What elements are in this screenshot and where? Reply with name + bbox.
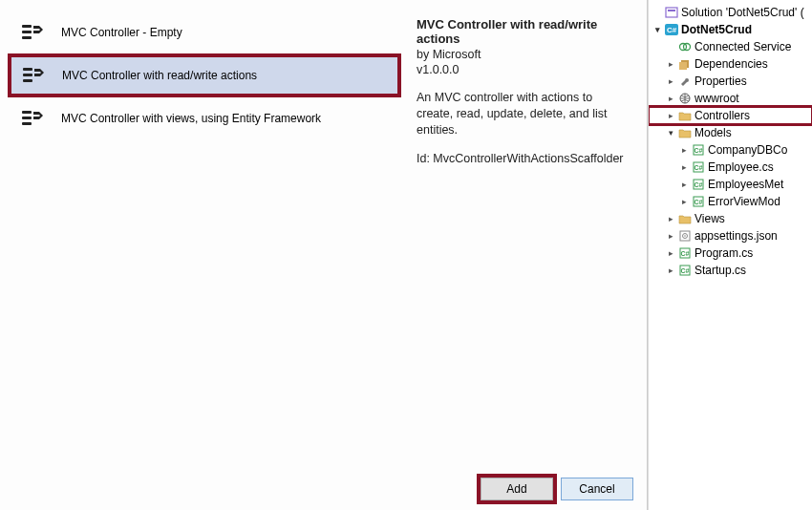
- node-label: Dependencies: [694, 57, 768, 71]
- project-label: DotNet5Crud: [681, 23, 752, 36]
- dependencies-icon: [677, 57, 693, 71]
- node-dependencies[interactable]: Dependencies: [649, 55, 812, 73]
- svg-rect-7: [22, 117, 32, 119]
- folder-icon: [677, 212, 693, 225]
- controller-icon: [21, 21, 48, 44]
- solution-root-label: Solution 'DotNet5Crud' (: [681, 6, 804, 19]
- svg-point-28: [684, 235, 686, 237]
- svg-rect-0: [22, 25, 32, 28]
- scaffold-item-label: MVC Controller with views, using Entity …: [61, 112, 321, 125]
- svg-text:C#: C#: [694, 164, 703, 171]
- svg-rect-10: [668, 10, 675, 11]
- description-author: by Microsoft: [417, 48, 631, 61]
- solution-icon: [664, 6, 679, 19]
- svg-rect-9: [666, 8, 677, 17]
- scaffold-item-readwrite[interactable]: MVC Controller with read/write actions: [8, 53, 401, 97]
- node-model-file[interactable]: C# ErrorViewMod: [649, 193, 812, 210]
- cs-file-icon: C#: [677, 246, 693, 260]
- description-body: An MVC controller with actions to create…: [417, 90, 631, 138]
- node-views[interactable]: Views: [649, 210, 812, 227]
- scaffold-item-ef[interactable]: MVC Controller with views, using Entity …: [8, 97, 401, 139]
- wrench-icon: [677, 74, 693, 88]
- node-appsettings[interactable]: appsettings.json: [649, 227, 812, 244]
- svg-rect-6: [22, 111, 32, 114]
- cs-file-icon: C#: [691, 143, 706, 157]
- svg-rect-1: [22, 31, 32, 33]
- node-properties[interactable]: Properties: [649, 73, 812, 90]
- solution-explorer: Solution 'DotNet5Crud' ( C# DotNet5Crud …: [648, 0, 812, 510]
- node-program[interactable]: C# Program.cs: [649, 244, 812, 262]
- cs-file-icon: C#: [677, 264, 693, 277]
- svg-rect-4: [23, 74, 32, 76]
- node-label: Employee.cs: [708, 160, 774, 174]
- svg-rect-2: [22, 36, 32, 39]
- solution-root[interactable]: Solution 'DotNet5Crud' (: [649, 4, 812, 21]
- node-startup[interactable]: C# Startup.cs: [649, 262, 812, 279]
- svg-rect-8: [22, 122, 32, 125]
- scaffold-item-label: MVC Controller with read/write actions: [62, 69, 257, 82]
- node-label: Program.cs: [694, 246, 753, 260]
- node-controllers[interactable]: Controllers: [649, 107, 812, 124]
- node-label: Views: [694, 212, 725, 225]
- node-label: Models: [694, 126, 732, 139]
- node-connected-services[interactable]: Connected Service: [649, 38, 812, 55]
- node-label: Properties: [694, 74, 747, 88]
- node-model-file[interactable]: C# EmployeesMet: [649, 176, 812, 193]
- svg-text:C#: C#: [681, 267, 690, 274]
- node-model-file[interactable]: C# CompanyDBCo: [649, 141, 812, 159]
- json-file-icon: [677, 229, 693, 243]
- cs-file-icon: C#: [691, 178, 706, 191]
- add-button[interactable]: Add: [481, 478, 553, 500]
- folder-icon: [677, 126, 693, 139]
- cs-file-icon: C#: [691, 160, 706, 174]
- svg-text:C#: C#: [667, 26, 677, 34]
- cs-file-icon: C#: [691, 195, 706, 208]
- scaffold-item-empty[interactable]: MVC Controller - Empty: [8, 11, 401, 53]
- node-models[interactable]: Models: [649, 124, 812, 141]
- folder-icon: [677, 109, 693, 122]
- node-label: Controllers: [694, 109, 750, 122]
- node-label: EmployeesMet: [708, 178, 783, 191]
- description-title: MVC Controller with read/write actions: [417, 17, 631, 46]
- scaffold-item-label: MVC Controller - Empty: [61, 26, 182, 39]
- scaffold-list: MVC Controller - Empty MVC Controller wi…: [0, 0, 401, 468]
- svg-rect-3: [23, 68, 32, 71]
- node-label: appsettings.json: [694, 229, 778, 243]
- svg-rect-5: [23, 79, 32, 82]
- description-id: Id: MvcControllerWithActionsScaffolder: [417, 152, 631, 165]
- svg-text:C#: C#: [694, 147, 703, 154]
- node-model-file[interactable]: C# Employee.cs: [649, 159, 812, 176]
- description-version: v1.0.0.0: [417, 63, 631, 76]
- svg-text:C#: C#: [694, 199, 703, 205]
- svg-text:C#: C#: [694, 181, 703, 188]
- node-label: Startup.cs: [694, 264, 746, 277]
- dialog-footer: Add Cancel: [0, 468, 647, 510]
- svg-text:C#: C#: [681, 250, 690, 257]
- description-panel: MVC Controller with read/write actions b…: [401, 0, 647, 468]
- globe-icon: [677, 92, 693, 105]
- node-label: ErrorViewMod: [708, 195, 780, 208]
- controller-icon: [21, 107, 48, 130]
- scaffold-dialog: MVC Controller - Empty MVC Controller wi…: [0, 0, 648, 510]
- node-wwwroot[interactable]: wwwroot: [649, 90, 812, 107]
- controller-icon: [22, 64, 49, 87]
- cancel-button[interactable]: Cancel: [561, 478, 633, 500]
- node-label: wwwroot: [694, 92, 739, 105]
- csproj-icon: C#: [664, 23, 679, 36]
- project-node[interactable]: C# DotNet5Crud: [649, 21, 812, 38]
- node-label: Connected Service: [694, 40, 791, 53]
- node-label: CompanyDBCo: [708, 143, 787, 157]
- svg-rect-16: [679, 62, 687, 70]
- connected-services-icon: [677, 40, 693, 53]
